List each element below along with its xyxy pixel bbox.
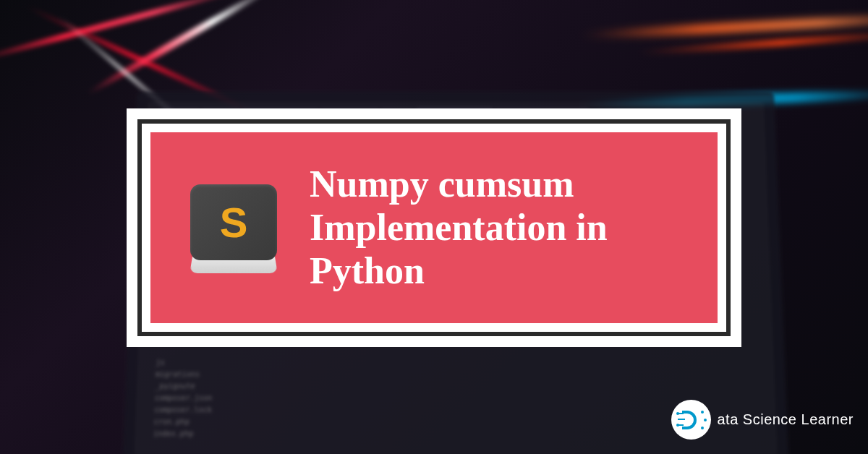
- tree-item: migrations: [145, 369, 277, 380]
- site-logo: ata Science Learner: [671, 400, 854, 440]
- title-card-content: S Numpy cumsum Implementation in Python: [150, 132, 718, 323]
- tree-item: cron.php: [142, 416, 276, 429]
- light-trail: [0, 0, 249, 65]
- tree-item: composer.lock: [143, 404, 276, 416]
- key-top: S: [190, 184, 277, 260]
- light-trail: [579, 12, 868, 40]
- article-title: Numpy cumsum Implementation in Python: [310, 163, 681, 292]
- file-tree: js migrations _pyigoute composer.json co…: [142, 357, 276, 440]
- logo-icon: [678, 408, 705, 432]
- icon-letter: S: [220, 198, 248, 247]
- logo-badge: [671, 400, 711, 440]
- sublime-icon: S: [187, 181, 281, 275]
- tree-item: composer.json: [143, 393, 276, 404]
- logo-text: ata Science Learner: [717, 411, 854, 428]
- tree-item: js: [145, 357, 276, 369]
- title-card-border: S Numpy cumsum Implementation in Python: [137, 119, 731, 336]
- tree-item: index.php: [142, 428, 275, 440]
- title-card: S Numpy cumsum Implementation in Python: [127, 108, 741, 347]
- tree-item: _pyigoute: [144, 380, 276, 392]
